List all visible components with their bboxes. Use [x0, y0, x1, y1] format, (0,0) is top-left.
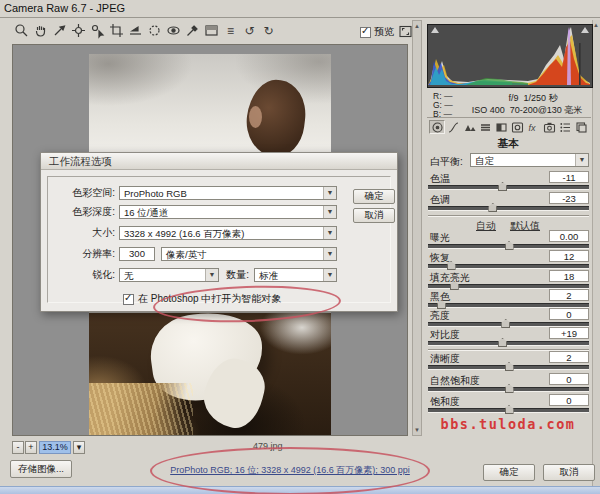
- slider-value[interactable]: 18: [549, 270, 589, 282]
- zoom-level-arrow[interactable]: ▾: [73, 441, 85, 454]
- resolution-unit-select[interactable]: 像素/英寸▼: [161, 247, 337, 261]
- title-bar: Camera Raw 6.7 - JPEG: [0, 0, 600, 18]
- saturation-slider[interactable]: [428, 408, 589, 413]
- contrast-slider[interactable]: [428, 341, 589, 346]
- slider-label: 填充亮光: [430, 271, 470, 285]
- vibrance-slider[interactable]: [428, 387, 589, 392]
- exposure-slider[interactable]: [428, 244, 589, 249]
- crop-tool-icon[interactable]: [107, 21, 126, 40]
- rotate-left-icon[interactable]: ↺: [240, 21, 259, 40]
- chevron-down-icon: ▼: [323, 187, 336, 199]
- slider-thumb[interactable]: [505, 241, 514, 250]
- default-link[interactable]: 默认值: [510, 220, 540, 231]
- cancel-button[interactable]: 取消: [543, 464, 595, 481]
- tab-detail-icon[interactable]: [461, 120, 477, 134]
- preview-checkbox[interactable]: 预览: [360, 25, 394, 39]
- rotate-right-icon[interactable]: ↻: [259, 21, 278, 40]
- slider-thumb[interactable]: [498, 338, 507, 347]
- chevron-down-icon: ▼: [323, 269, 336, 281]
- fullscreen-toggle-icon[interactable]: [398, 24, 413, 41]
- red-eye-tool-icon[interactable]: [164, 21, 183, 40]
- camera-raw-window: Camera Raw 6.7 - JPEG ≡ ↺ ↻ 预览: [0, 0, 600, 494]
- amount-select[interactable]: 标准▼: [254, 268, 337, 282]
- slider-value[interactable]: 0: [549, 394, 589, 406]
- size-label: 大小:: [49, 226, 115, 240]
- slider-value[interactable]: -11: [549, 171, 589, 183]
- tab-hsl-grayscale-icon[interactable]: [477, 120, 493, 134]
- slider-thumb[interactable]: [505, 405, 514, 414]
- highlight-clipping-icon[interactable]: [581, 27, 589, 33]
- temperature-slider[interactable]: [428, 185, 589, 190]
- slider-thumb[interactable]: [505, 384, 514, 393]
- shadow-clipping-icon[interactable]: [431, 27, 439, 33]
- slider-value[interactable]: 0: [549, 308, 589, 320]
- depth-select[interactable]: 16 位/通道▼: [119, 205, 337, 219]
- scroll-down-icon[interactable]: ▼: [414, 427, 420, 433]
- zoom-tool-icon[interactable]: [12, 21, 31, 40]
- tab-presets-icon[interactable]: [557, 120, 573, 134]
- save-image-button[interactable]: 存储图像...: [10, 460, 72, 478]
- panel-scrollbar[interactable]: ▲ ▼: [412, 20, 422, 436]
- dialog-ok-button[interactable]: 确定: [353, 189, 395, 204]
- panel-tabs: fx: [429, 120, 589, 134]
- tab-snapshots-icon[interactable]: [573, 120, 589, 134]
- slider-value[interactable]: 12: [549, 250, 589, 262]
- chevron-down-icon: ▼: [323, 206, 336, 218]
- preferences-icon[interactable]: ≡: [221, 21, 240, 40]
- slider-value[interactable]: 2: [549, 289, 589, 301]
- sharpen-label: 锐化:: [49, 268, 115, 282]
- adjustment-brush-tool-icon[interactable]: [183, 21, 202, 40]
- slider-thumb[interactable]: [501, 319, 510, 328]
- white-balance-select[interactable]: 自定▼: [470, 153, 589, 167]
- histogram: [427, 24, 593, 88]
- window-scrollbar[interactable]: ▲: [592, 20, 600, 486]
- preview-checkbox-box[interactable]: [360, 27, 371, 38]
- tab-split-toning-icon[interactable]: [493, 120, 509, 134]
- window-title: Camera Raw 6.7 - JPEG: [4, 2, 125, 14]
- color-space-select[interactable]: ProPhoto RGB▼: [119, 186, 337, 200]
- tab-lens-corrections-icon[interactable]: [509, 120, 525, 134]
- tab-basic-icon[interactable]: [429, 120, 445, 134]
- spot-removal-tool-icon[interactable]: [145, 21, 164, 40]
- color-sampler-tool-icon[interactable]: [69, 21, 88, 40]
- annotation-ellipse-link: [150, 447, 430, 494]
- slider-label: 恢复: [430, 251, 450, 265]
- zoom-level-select[interactable]: 13.1%: [39, 441, 71, 454]
- scroll-up-icon[interactable]: ▲: [414, 23, 420, 29]
- zoom-in-button[interactable]: +: [25, 441, 37, 454]
- targeted-adjustment-tool-icon[interactable]: [88, 21, 107, 40]
- recovery-slider[interactable]: [428, 264, 589, 269]
- size-select[interactable]: 3328 x 4992 (16.6 百万像素)▼: [119, 226, 337, 240]
- ok-button[interactable]: 确定: [483, 464, 535, 481]
- scroll-up-icon[interactable]: ▲: [593, 22, 599, 28]
- slider-value[interactable]: 2: [549, 351, 589, 363]
- divider: [427, 117, 591, 118]
- slider-value[interactable]: 0: [549, 373, 589, 385]
- tab-effects-icon[interactable]: fx: [525, 120, 541, 134]
- depth-label: 色彩深度:: [49, 205, 115, 219]
- straighten-tool-icon[interactable]: [126, 21, 145, 40]
- tint-slider[interactable]: [428, 206, 589, 211]
- zoom-out-button[interactable]: -: [12, 441, 24, 454]
- divider: [428, 215, 589, 217]
- slider-thumb[interactable]: [488, 203, 497, 212]
- dialog-cancel-button[interactable]: 取消: [353, 208, 395, 223]
- smart-object-checkbox-box[interactable]: [123, 294, 134, 305]
- white-balance-tool-icon[interactable]: [50, 21, 69, 40]
- photo-sky: [89, 54, 331, 153]
- graduated-filter-tool-icon[interactable]: [202, 21, 221, 40]
- slider-thumb[interactable]: [505, 362, 514, 371]
- slider-value[interactable]: -23: [549, 192, 589, 204]
- slider-label: 饱和度: [430, 395, 460, 409]
- slider-value[interactable]: +19: [549, 327, 589, 339]
- tab-camera-calibration-icon[interactable]: [541, 120, 557, 134]
- resolution-input[interactable]: 300: [119, 247, 155, 261]
- clarity-slider[interactable]: [428, 365, 589, 370]
- slider-value[interactable]: 0.00: [549, 230, 589, 242]
- auto-link[interactable]: 自动: [476, 220, 496, 231]
- tab-tone-curve-icon[interactable]: [445, 120, 461, 134]
- slider-label: 曝光: [430, 231, 450, 245]
- dialog-title-bar[interactable]: 工作流程选项: [41, 153, 397, 170]
- hand-tool-icon[interactable]: [31, 21, 50, 40]
- slider-thumb[interactable]: [498, 182, 507, 191]
